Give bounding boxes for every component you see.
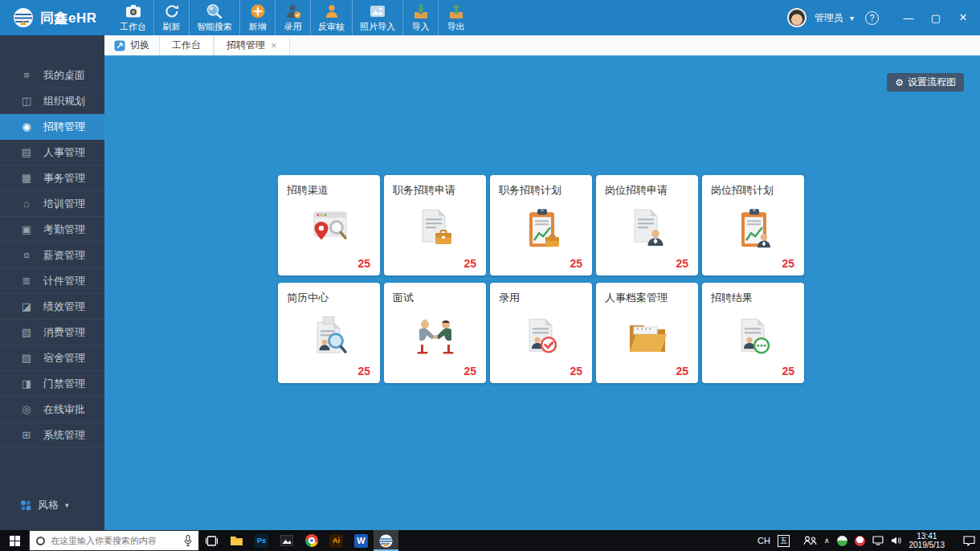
toolbar-hire-button[interactable]: 录用 — [275, 0, 310, 35]
toolbar-add-button[interactable]: 新增 — [239, 0, 275, 35]
sidebar-item-recruitment[interactable]: ◉招聘管理 — [0, 114, 104, 140]
sidebar-item-system[interactable]: ⊞系统管理 — [0, 422, 104, 448]
user-caret-down-icon[interactable]: ▾ — [850, 14, 854, 22]
card-title: 招聘结果 — [711, 291, 753, 305]
cortana-icon — [36, 537, 45, 545]
card-recruit-result[interactable]: 招聘结果 25 — [702, 283, 804, 383]
toolbar-unaudit-button[interactable]: 反审核 — [310, 0, 352, 35]
set-flowchart-button[interactable]: ⚙ 设置流程图 — [887, 73, 964, 92]
sidebar-item-personnel[interactable]: ▤人事管理 — [0, 140, 104, 165]
sidebar-item-online-approval[interactable]: ◎在线审批 — [0, 397, 104, 422]
start-button[interactable] — [0, 530, 29, 551]
document-result-icon — [731, 314, 776, 357]
card-recruitment-channel[interactable]: 招聘渠道 25 — [278, 175, 380, 276]
ime-indicator[interactable]: 五 — [778, 535, 790, 547]
app-window: 同鑫eHR 工作台 刷新 智能搜索 — [0, 0, 980, 551]
card-resume-center[interactable]: 简历中心 25 — [278, 283, 380, 383]
card-grid: 招聘渠道 25 职务招聘申请 25 职务招聘计划 — [278, 175, 804, 383]
app-logo[interactable]: 同鑫eHR — [0, 7, 112, 28]
switch-button[interactable]: 切换 — [104, 35, 159, 55]
action-center-icon[interactable] — [963, 536, 975, 546]
chrome-button[interactable] — [299, 530, 324, 551]
network-icon[interactable] — [872, 536, 884, 545]
card-title: 录用 — [499, 291, 520, 305]
ehr-app-button[interactable] — [374, 530, 398, 551]
sidebar-item-org-planning[interactable]: ◫组织规划 — [0, 88, 104, 114]
tray-app-icon-green[interactable] — [837, 536, 847, 546]
windows-logo-icon — [10, 536, 20, 546]
ehr-globe-icon — [379, 534, 393, 548]
user-name[interactable]: 管理员 — [815, 11, 843, 25]
sidebar-item-piecework[interactable]: ≣计件管理 — [0, 268, 104, 294]
illustrator-button[interactable]: Ai — [324, 530, 349, 551]
sidebar-item-access-control[interactable]: ◨门禁管理 — [0, 371, 104, 397]
sidebar-item-performance[interactable]: ◪绩效管理 — [0, 294, 104, 320]
workbench-camera-icon — [125, 3, 142, 19]
task-view-button[interactable] — [199, 530, 224, 551]
minimize-button[interactable]: — — [896, 6, 921, 29]
maximize-button[interactable]: ▢ — [924, 6, 948, 29]
card-interview[interactable]: 面试 25 — [384, 283, 486, 383]
card-post-recruit-request[interactable]: 岗位招聘申请 25 — [596, 175, 698, 276]
salary-icon: ¤ — [20, 249, 33, 261]
tab-close-icon[interactable]: × — [271, 39, 277, 51]
sidebar-item-label: 我的桌面 — [43, 68, 85, 83]
tab-bar: 切换 工作台 招聘管理 × — [104, 35, 980, 58]
people-icon[interactable] — [803, 536, 817, 545]
user-avatar[interactable] — [787, 8, 806, 27]
photos-button[interactable] — [274, 530, 299, 551]
card-position-recruit-request[interactable]: 职务招聘申请 25 — [384, 175, 486, 276]
toolbar-photo-import-button[interactable]: 照片导入 — [352, 0, 402, 35]
taskbar-search-input[interactable] — [51, 536, 178, 545]
clipboard-chart-person-icon — [731, 206, 776, 250]
taskbar-clock[interactable]: 13:41 2019/5/13 — [909, 532, 945, 550]
sidebar-item-my-desktop[interactable]: ≡我的桌面 — [0, 63, 104, 88]
brand-title: 同鑫eHR — [40, 9, 97, 27]
toolbar-item-label: 反审核 — [318, 21, 345, 33]
file-explorer-button[interactable] — [224, 530, 249, 551]
language-indicator[interactable]: CH — [757, 536, 770, 545]
tab-workbench[interactable]: 工作台 — [159, 35, 214, 55]
sidebar-item-attendance[interactable]: ▣考勤管理 — [0, 217, 104, 243]
sidebar-item-salary[interactable]: ¤薪资管理 — [0, 243, 104, 268]
card-count: 25 — [782, 365, 794, 378]
speaker-icon[interactable] — [891, 536, 902, 545]
org-chart-icon: ◫ — [20, 95, 33, 107]
tray-chevron-up-icon[interactable]: ∧ — [824, 537, 830, 545]
sidebar-item-affairs[interactable]: ▦事务管理 — [0, 165, 104, 191]
card-personnel-archive[interactable]: 人事档案管理 25 — [596, 283, 698, 383]
word-button[interactable]: W — [349, 530, 374, 551]
help-icon[interactable]: ? — [865, 11, 879, 25]
toolbar-smart-search-button[interactable]: 智能搜索 — [189, 0, 239, 35]
toolbar-refresh-button[interactable]: 刷新 — [153, 0, 189, 35]
card-post-recruit-plan[interactable]: 岗位招聘计划 25 — [702, 175, 804, 276]
card-title: 面试 — [393, 291, 414, 305]
toolbar-export-button[interactable]: 导出 — [438, 0, 473, 35]
illustrator-icon: Ai — [329, 534, 343, 548]
sidebar-item-training[interactable]: ⌂培训管理 — [0, 191, 104, 217]
toolbar-workbench-button[interactable]: 工作台 — [112, 0, 153, 35]
sidebar-item-dormitory[interactable]: ▨宿舍管理 — [0, 345, 104, 371]
switch-label: 切换 — [130, 39, 149, 52]
taskbar-search[interactable] — [29, 530, 199, 551]
card-count: 25 — [676, 257, 688, 270]
style-clover-icon — [20, 500, 31, 511]
photoshop-button[interactable]: Ps — [249, 530, 274, 551]
close-button[interactable]: × — [951, 6, 975, 29]
sidebar-item-label: 薪资管理 — [43, 248, 85, 263]
word-icon: W — [354, 534, 368, 548]
card-position-recruit-plan[interactable]: 职务招聘计划 25 — [490, 175, 592, 276]
smart-search-icon — [206, 3, 223, 19]
toolbar-import-button[interactable]: 导入 — [402, 0, 438, 35]
tray-app-icon-messenger[interactable] — [855, 536, 865, 546]
sidebar-item-label: 系统管理 — [43, 428, 85, 443]
tab-recruitment[interactable]: 招聘管理 × — [214, 35, 290, 55]
sidebar-item-label: 计件管理 — [43, 274, 85, 288]
gear-icon: ⚙ — [895, 77, 904, 88]
switch-icon — [114, 40, 125, 51]
microphone-icon[interactable] — [184, 535, 192, 546]
sidebar-item-consumption[interactable]: ▧消费管理 — [0, 320, 104, 345]
card-hire[interactable]: 录用 25 — [490, 283, 592, 383]
set-flowchart-label: 设置流程图 — [908, 76, 956, 89]
style-picker[interactable]: 风格 ▾ — [20, 498, 69, 512]
